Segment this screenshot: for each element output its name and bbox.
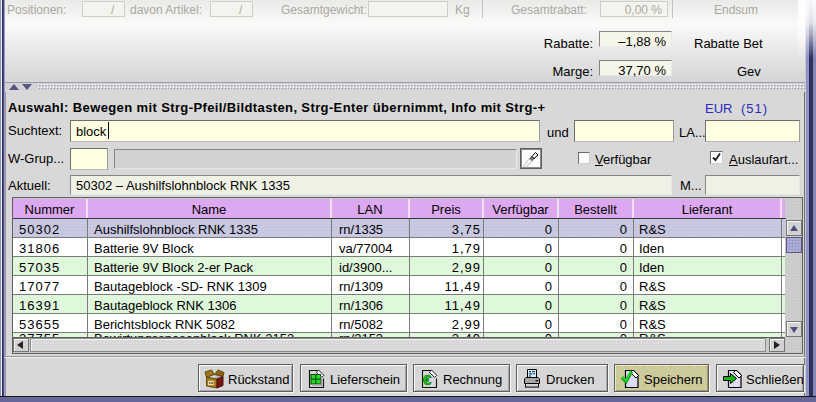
svg-text:€: € (423, 371, 432, 388)
